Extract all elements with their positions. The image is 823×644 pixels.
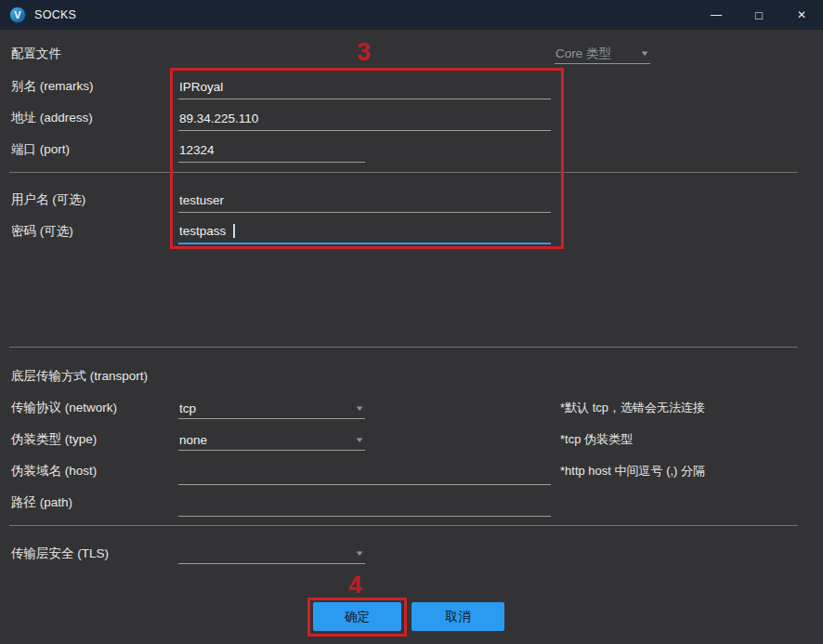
cancel-button[interactable]: 取消 [412, 602, 504, 631]
network-label: 传输协议 (network) [11, 400, 117, 416]
password-label: 密码 (可选) [11, 223, 73, 240]
network-select[interactable]: tcp ▼ [178, 399, 365, 419]
type-select[interactable]: none ▼ [178, 430, 365, 451]
tls-label: 传输层安全 (TLS) [11, 545, 109, 562]
username-label: 用户名 (可选) [11, 191, 85, 208]
host-label: 伪装域名 (host) [11, 463, 97, 480]
title-bar: V SOCKS — □ ✕ [0, 0, 823, 30]
network-value: tcp [179, 401, 196, 415]
socks-dialog-window: V SOCKS — □ ✕ 配置文件 Core 类型 ▼ 别名 (remarks… [0, 0, 823, 644]
type-note: *tcp 伪装类型 [560, 431, 633, 448]
port-label: 端口 (port) [11, 141, 70, 158]
app-logo-icon: V [9, 7, 26, 23]
annotation-box-inputs [170, 68, 564, 249]
host-note: *http host 中间逗号 (,) 分隔 [560, 463, 705, 480]
type-label: 伪装类型 (type) [11, 431, 97, 448]
window-title: SOCKS [34, 8, 76, 21]
chevron-down-icon: ▼ [354, 404, 364, 413]
annotation-step-4: 4 [348, 572, 361, 597]
type-value: none [179, 433, 207, 447]
path-label: 路径 (path) [11, 494, 72, 511]
maximize-button[interactable]: □ [738, 0, 780, 30]
tls-select[interactable]: ▼ [178, 544, 365, 564]
core-type-label: Core 类型 [555, 46, 611, 62]
host-input[interactable] [178, 462, 551, 485]
transport-section-title: 底层传输方式 (transport) [11, 368, 148, 385]
network-note: *默认 tcp，选错会无法连接 [560, 400, 705, 416]
minimize-button[interactable]: — [695, 0, 738, 30]
section-divider [9, 347, 798, 348]
annotation-box-ok [307, 598, 407, 637]
chevron-down-icon: ▼ [354, 549, 364, 558]
close-button[interactable]: ✕ [780, 0, 823, 30]
path-input[interactable] [178, 493, 551, 517]
address-label: 地址 (address) [11, 110, 93, 126]
chevron-down-icon: ▼ [354, 436, 364, 444]
core-type-select[interactable]: Core 类型 ▼ [555, 44, 650, 64]
chevron-down-icon: ▼ [639, 49, 649, 58]
section-divider [9, 525, 798, 526]
window-controls: — □ ✕ [695, 0, 823, 30]
remarks-label: 别名 (remarks) [11, 78, 94, 95]
annotation-step-3: 3 [357, 40, 371, 65]
profile-section-title: 配置文件 [11, 46, 61, 62]
